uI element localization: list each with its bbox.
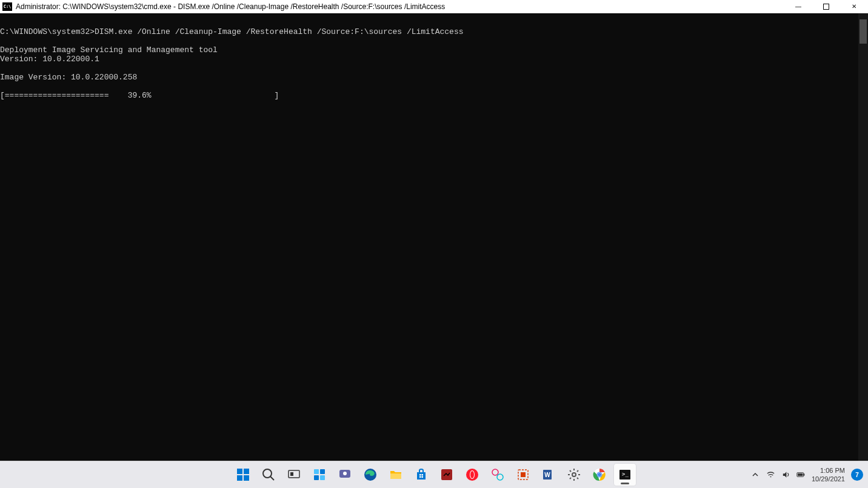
edge-icon — [363, 467, 378, 482]
scrollbar-track[interactable] — [858, 13, 868, 461]
terminal-line-tool: Deployment Image Servicing and Managemen… — [0, 45, 218, 55]
app-red-button[interactable] — [436, 464, 458, 486]
file-explorer-button[interactable] — [385, 464, 407, 486]
svg-rect-7 — [289, 470, 299, 478]
svg-rect-39 — [798, 473, 803, 476]
svg-rect-3 — [237, 475, 242, 481]
svg-text:>_: >_ — [622, 471, 629, 477]
svg-rect-10 — [320, 469, 325, 474]
chat-button[interactable] — [334, 464, 356, 486]
svg-point-24 — [492, 469, 498, 475]
svg-point-23 — [470, 471, 474, 478]
windows-icon — [236, 467, 250, 482]
widgets-button[interactable] — [309, 464, 330, 486]
cmd-icon: C:\ — [2, 2, 12, 11]
edge-button[interactable] — [359, 464, 381, 486]
terminal-line-progress: [====================== 39.6% ] — [0, 91, 279, 100]
svg-rect-0 — [824, 4, 829, 9]
app-pink-button[interactable] — [487, 464, 509, 486]
svg-rect-1 — [237, 469, 242, 474]
svg-point-5 — [263, 469, 272, 478]
word-icon: W — [541, 467, 556, 482]
taskbar: W >_ — [0, 461, 868, 488]
svg-rect-19 — [422, 476, 424, 478]
folder-icon — [389, 467, 403, 482]
start-button[interactable] — [232, 464, 254, 486]
task-view-button[interactable] — [283, 464, 305, 486]
task-view-icon — [287, 467, 301, 482]
maximize-icon — [823, 4, 829, 10]
opera-icon — [465, 467, 479, 482]
terminal-output[interactable]: C:\WINDOWS\system32>DISM.exe /Online /Cl… — [0, 13, 868, 461]
svg-rect-2 — [244, 469, 249, 474]
svg-rect-16 — [419, 474, 421, 476]
svg-point-30 — [572, 473, 576, 476]
svg-rect-38 — [804, 473, 805, 475]
svg-rect-9 — [314, 469, 319, 474]
svg-rect-17 — [422, 474, 424, 476]
terminal-icon: >_ — [618, 467, 632, 482]
window-titlebar: C:\ Administrator: C:\WINDOWS\system32\c… — [0, 0, 868, 13]
battery-icon[interactable] — [796, 470, 806, 480]
word-button[interactable]: W — [538, 464, 559, 486]
snip-button[interactable] — [512, 464, 534, 486]
svg-rect-27 — [521, 472, 526, 477]
svg-point-34 — [598, 473, 601, 476]
clock-time: 1:06 PM — [812, 466, 845, 475]
scrollbar-thumb[interactable] — [860, 19, 867, 44]
store-icon — [414, 467, 429, 482]
svg-line-6 — [270, 476, 274, 480]
gear-icon — [567, 467, 581, 482]
svg-rect-12 — [320, 475, 325, 480]
search-icon — [261, 467, 276, 482]
svg-rect-8 — [290, 472, 293, 476]
svg-rect-18 — [419, 476, 421, 478]
chrome-icon — [592, 467, 607, 482]
svg-rect-11 — [314, 475, 319, 480]
svg-rect-4 — [244, 475, 249, 481]
settings-button[interactable] — [563, 464, 585, 486]
volume-icon[interactable] — [781, 470, 790, 480]
taskbar-center: W >_ — [232, 464, 636, 486]
chrome-button[interactable] — [589, 464, 610, 486]
maximize-button[interactable] — [812, 0, 840, 13]
window-title: Administrator: C:\WINDOWS\system32\cmd.e… — [16, 2, 445, 11]
terminal-line-command: C:\WINDOWS\system32>DISM.exe /Online /Cl… — [0, 27, 464, 36]
terminal-line-version: Version: 10.0.22000.1 — [0, 55, 99, 64]
svg-text:W: W — [544, 472, 550, 478]
opera-button[interactable] — [461, 464, 483, 486]
wifi-icon[interactable] — [766, 470, 775, 480]
close-button[interactable]: ✕ — [840, 0, 868, 13]
svg-point-25 — [497, 474, 503, 480]
search-button[interactable] — [258, 464, 279, 486]
chat-icon — [338, 467, 352, 482]
clock-date: 10/29/2021 — [812, 475, 845, 483]
taskbar-right: 1:06 PM 10/29/2021 7 — [751, 466, 863, 483]
terminal-line-imgversion: Image Version: 10.0.22000.258 — [0, 73, 137, 82]
store-button[interactable] — [410, 464, 432, 486]
widgets-icon — [312, 467, 327, 482]
snip-icon — [516, 467, 530, 482]
notification-badge[interactable]: 7 — [851, 469, 863, 481]
terminal-button[interactable]: >_ — [614, 464, 636, 486]
tray-chevron-icon[interactable] — [751, 470, 760, 480]
clock[interactable]: 1:06 PM 10/29/2021 — [812, 466, 845, 483]
minimize-button[interactable]: — — [784, 0, 812, 13]
app-pink-icon — [490, 467, 505, 482]
app-red-icon — [439, 467, 454, 482]
svg-point-14 — [343, 472, 347, 475]
